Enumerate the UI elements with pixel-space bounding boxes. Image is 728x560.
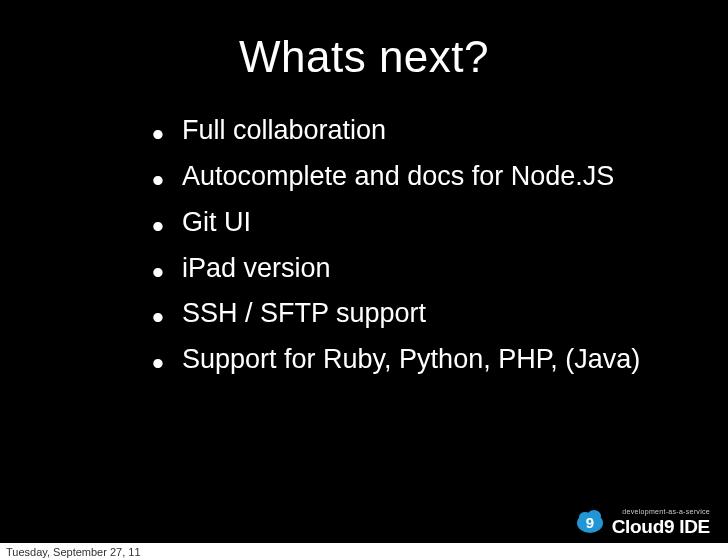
bullet-item: Autocomplete and docs for Node.JS: [152, 156, 728, 198]
logo-badge-number: 9: [585, 514, 593, 531]
logo-text: development-as-a-service Cloud9 IDE: [612, 508, 710, 536]
bullet-item: Full collaboration: [152, 110, 728, 152]
slide-title: Whats next?: [0, 0, 728, 82]
bullet-list: Full collaboration Autocomplete and docs…: [152, 110, 728, 381]
bullet-item: Git UI: [152, 202, 728, 244]
bullet-item: Support for Ruby, Python, PHP, (Java): [152, 339, 728, 381]
logo-block: 9 development-as-a-service Cloud9 IDE: [576, 508, 710, 536]
slide-date: Tuesday, September 27, 11: [0, 543, 728, 560]
slide: Whats next? Full collaboration Autocompl…: [0, 0, 728, 560]
logo-tagline: development-as-a-service: [622, 508, 710, 515]
logo-name: Cloud9 IDE: [612, 517, 710, 536]
bullet-item: iPad version: [152, 248, 728, 290]
bullet-item: SSH / SFTP support: [152, 293, 728, 335]
cloud9-logo-icon: 9: [576, 508, 604, 536]
